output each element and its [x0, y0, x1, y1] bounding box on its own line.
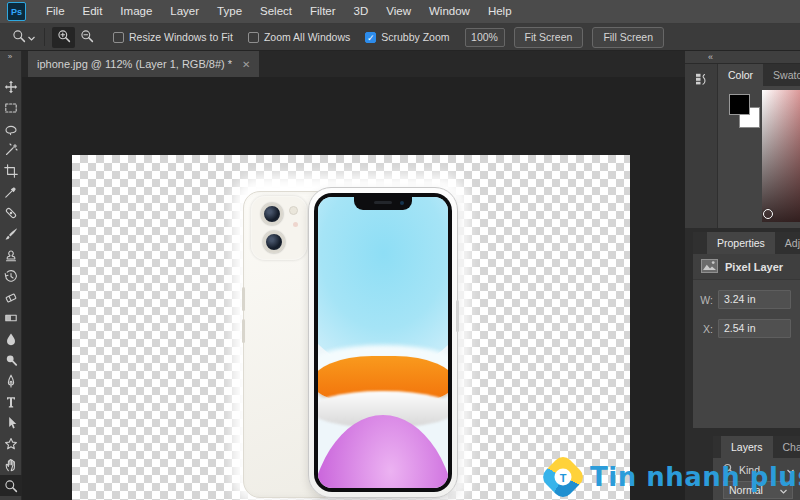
tab-color[interactable]: Color — [718, 64, 763, 86]
zoom-tool-icon — [12, 29, 26, 45]
blur-tool[interactable] — [0, 328, 22, 349]
chevron-down-icon — [28, 31, 35, 43]
field-input-w[interactable]: 3.24 in — [718, 290, 791, 309]
menu-item-window[interactable]: Window — [420, 0, 479, 24]
tab-properties[interactable]: Properties — [707, 232, 775, 254]
menu-item-image[interactable]: Image — [111, 0, 161, 24]
gradient-tool[interactable] — [0, 307, 22, 328]
tool-preset-picker[interactable] — [12, 29, 35, 45]
checkbox-resize-windows-to-fit[interactable]: Resize Windows to Fit — [113, 31, 233, 43]
color-picker-cursor — [763, 209, 773, 219]
menu-item-view[interactable]: View — [377, 0, 420, 24]
crop-tool[interactable] — [0, 160, 22, 181]
shape-tool[interactable] — [0, 433, 22, 454]
field-label-w: W: — [698, 294, 713, 306]
tab-swatches[interactable]: Swatches — [763, 64, 800, 86]
zoom-level-field[interactable]: 100% — [465, 28, 505, 47]
iphone-front-image — [308, 187, 458, 498]
marquee-tool[interactable] — [0, 97, 22, 118]
divider — [44, 28, 45, 46]
color-panel-tabs: ColorSwatches — [718, 64, 800, 86]
checkbox-unchecked-icon — [248, 32, 259, 43]
menu-item-edit[interactable]: Edit — [74, 0, 112, 24]
pixel-layer-thumbnail-icon — [701, 259, 718, 275]
layer-type-row: Pixel Layer — [693, 254, 800, 280]
brush-tool[interactable] — [0, 223, 22, 244]
wallpaper-purple-blob — [318, 415, 448, 488]
menu-item-select[interactable]: Select — [251, 0, 301, 24]
menu-item-file[interactable]: File — [37, 0, 74, 24]
camera-sensor — [293, 222, 298, 227]
menu-item-layer[interactable]: Layer — [161, 0, 208, 24]
zoom-out-button[interactable] — [75, 27, 98, 48]
field-label-x: X: — [698, 323, 713, 335]
type-tool[interactable] — [0, 391, 22, 412]
path-select-tool[interactable] — [0, 412, 22, 433]
fill-screen-button[interactable]: Fill Screen — [592, 27, 664, 48]
tool-options-bar: Resize Windows to FitZoom All Windows✓Sc… — [0, 24, 800, 51]
volume-button — [242, 287, 245, 311]
eyedropper-tool[interactable] — [0, 181, 22, 202]
watermark-text: Tin nhanh plus — [590, 462, 800, 492]
power-button — [456, 300, 459, 332]
saturation-brightness-field[interactable] — [762, 90, 800, 222]
clone-stamp-tool[interactable] — [0, 244, 22, 265]
history-brush-tool[interactable] — [0, 265, 22, 286]
iphone-screen — [314, 193, 452, 492]
canvas[interactable] — [72, 155, 630, 500]
properties-panel-body: Pixel Layer W:3.24 inX:2.54 in — [693, 254, 800, 428]
option-checkboxes: Resize Windows to FitZoom All Windows✓Sc… — [98, 31, 450, 43]
menu-items: FileEditImageLayerTypeSelectFilter3DView… — [37, 0, 521, 24]
menu-bar: Ps FileEditImageLayerTypeSelectFilter3DV… — [0, 0, 800, 24]
iphone-notch — [354, 197, 412, 210]
dodge-tool[interactable] — [0, 349, 22, 370]
collapse-tools-button[interactable]: » — [0, 51, 21, 64]
option-buttons: Fit ScreenFill Screen — [505, 27, 664, 48]
zoom-tool[interactable] — [0, 475, 22, 496]
foreground-color-swatch[interactable] — [729, 94, 750, 115]
tool-list — [0, 76, 21, 496]
magic-wand-tool[interactable] — [0, 139, 22, 160]
fit-screen-button[interactable]: Fit Screen — [514, 27, 584, 48]
move-tool[interactable] — [0, 76, 22, 97]
camera-module — [251, 196, 307, 260]
lasso-tool[interactable] — [0, 118, 22, 139]
collapse-panels-button[interactable]: « — [685, 51, 800, 64]
healing-brush-tool[interactable] — [0, 202, 22, 223]
color-panel-group: ColorSwatches — [718, 64, 800, 228]
menu-item-help[interactable]: Help — [479, 0, 521, 24]
menu-item-filter[interactable]: Filter — [301, 0, 345, 24]
checkbox-scrubby-zoom[interactable]: ✓Scrubby Zoom — [365, 31, 449, 43]
document-tab[interactable]: iphone.jpg @ 112% (Layer 1, RGB/8#) * ✕ — [28, 51, 259, 77]
checkbox-checked-icon: ✓ — [365, 32, 376, 43]
checkbox-label: Zoom All Windows — [264, 31, 350, 43]
watermark-logo-icon: T — [541, 455, 585, 499]
menu-item-type[interactable]: Type — [208, 0, 251, 24]
checkbox-unchecked-icon — [113, 32, 124, 43]
document-tab-bar: iphone.jpg @ 112% (Layer 1, RGB/8#) * ✕ — [22, 51, 685, 77]
properties-panel-group: PropertiesAdjustments Pixel Layer W:3.24… — [693, 232, 800, 428]
photoshop-window: Ps FileEditImageLayerTypeSelectFilter3DV… — [0, 0, 800, 500]
zoom-out-icon — [80, 29, 94, 45]
zoom-in-button[interactable] — [52, 27, 75, 48]
panel-dock: « ColorSwatches PropertiesAdjustments Pi… — [685, 51, 800, 500]
checkbox-zoom-all-windows[interactable]: Zoom All Windows — [248, 31, 350, 43]
zoom-in-icon — [57, 29, 71, 45]
hand-tool[interactable] — [0, 454, 22, 475]
camera-flash — [289, 206, 298, 215]
watermark-letter: T — [555, 469, 572, 486]
menu-item-3d[interactable]: 3D — [345, 0, 378, 24]
eraser-tool[interactable] — [0, 286, 22, 307]
close-icon[interactable]: ✕ — [242, 59, 250, 70]
layer-type-label: Pixel Layer — [725, 261, 783, 273]
front-camera-dot — [400, 201, 404, 205]
collapsed-panel-strip — [685, 64, 718, 228]
tab-adjustments[interactable]: Adjustments — [775, 232, 800, 254]
pen-tool[interactable] — [0, 370, 22, 391]
checkbox-label: Resize Windows to Fit — [129, 31, 233, 43]
camera-lens — [261, 203, 283, 225]
document-area — [22, 77, 685, 500]
checkbox-label: Scrubby Zoom — [381, 31, 449, 43]
collapsed-panel-icon[interactable] — [693, 71, 709, 87]
field-input-x[interactable]: 2.54 in — [718, 319, 791, 338]
